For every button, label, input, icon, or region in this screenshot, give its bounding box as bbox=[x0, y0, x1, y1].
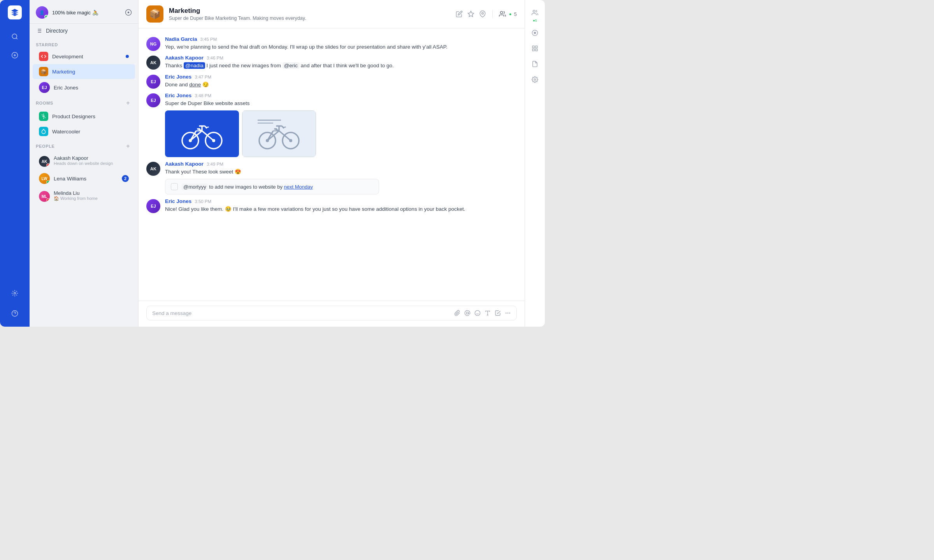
sidebar-item-melinda[interactable]: ML Melinda Liu 🏠 Working from home bbox=[33, 187, 135, 205]
more-options-button[interactable] bbox=[505, 310, 511, 316]
aakash-msg-avatar-2: AK bbox=[146, 162, 160, 176]
docs-button[interactable] bbox=[528, 57, 542, 71]
integrations-button[interactable] bbox=[528, 41, 542, 55]
sidebar-item-lena[interactable]: LW Lena Williams 2 bbox=[33, 170, 135, 187]
search-nav-button[interactable] bbox=[7, 29, 23, 44]
msg-6-author: Eric Jones bbox=[165, 198, 191, 204]
attachment-button[interactable] bbox=[454, 310, 460, 316]
msg-6-content: Eric Jones 3:50 PM Nice! Glad you like t… bbox=[165, 198, 517, 213]
message-input-box bbox=[146, 306, 517, 320]
emoji-button[interactable] bbox=[474, 310, 481, 316]
sidebar: 👤 100% bike magic 🚴 Directory STARRED bbox=[30, 0, 139, 327]
aakash-status bbox=[46, 163, 50, 167]
lena-avatar: LW bbox=[39, 173, 50, 184]
aakash-msg-avatar: AK bbox=[146, 56, 160, 70]
melinda-status-text: 🏠 Working from home bbox=[54, 196, 129, 201]
msg-3-header: Eric Jones 3:47 PM bbox=[165, 74, 517, 80]
msg-2-content: Aakash Kapoor 3:46 PM Thanks @nadia I ju… bbox=[165, 55, 517, 70]
rooms-label: ROOMS bbox=[36, 101, 53, 105]
svg-point-15 bbox=[500, 11, 503, 14]
nadia-mention[interactable]: @nadia bbox=[184, 62, 205, 69]
members-button[interactable]: ● 5 bbox=[499, 10, 517, 18]
svg-line-45 bbox=[283, 127, 286, 128]
message-2: AK Aakash Kapoor 3:46 PM Thanks @nadia I… bbox=[146, 53, 517, 71]
directory-link[interactable]: Directory bbox=[30, 24, 138, 38]
help-button[interactable] bbox=[7, 306, 23, 321]
eric-msg-avatar-1: EJ bbox=[146, 75, 160, 89]
msg-5-header: Aakash Kapoor 3:49 PM bbox=[165, 161, 517, 167]
task-button[interactable] bbox=[495, 310, 501, 316]
svg-point-5 bbox=[128, 12, 130, 14]
sidebar-item-eric-jones[interactable]: EJ Eric Jones bbox=[33, 79, 135, 96]
mention-button[interactable] bbox=[464, 310, 471, 316]
eric-dm-avatar: EJ bbox=[39, 82, 50, 93]
sidebar-item-development[interactable]: Development bbox=[33, 49, 135, 64]
settings-sidebar-button[interactable] bbox=[528, 72, 542, 86]
settings-button[interactable] bbox=[7, 285, 23, 301]
svg-point-0 bbox=[12, 34, 17, 38]
next-monday-link[interactable]: next Monday bbox=[284, 184, 313, 190]
msg-1-content: Nadia Garcia 3:45 PM Yep, we're planning… bbox=[165, 36, 517, 51]
channel-description: Super de Duper Bike Marketing Team. Maki… bbox=[169, 16, 450, 21]
channel-logo: 📦 bbox=[146, 5, 163, 23]
svg-point-57 bbox=[534, 32, 536, 34]
sidebar-header: 👤 100% bike magic 🚴 bbox=[30, 0, 138, 24]
msg-2-header: Aakash Kapoor 3:46 PM bbox=[165, 55, 517, 61]
marketing-label: Marketing bbox=[52, 69, 129, 75]
msg-6-text: Nice! Glad you like them. 🥹 I'll make a … bbox=[165, 205, 517, 213]
current-user-avatar[interactable]: 👤 bbox=[36, 6, 48, 19]
msg-1-time: 3:45 PM bbox=[200, 37, 217, 42]
svg-point-52 bbox=[506, 313, 506, 313]
message-input[interactable] bbox=[152, 310, 450, 316]
eric-mention[interactable]: @eric bbox=[283, 62, 299, 69]
bike-image-light[interactable] bbox=[242, 110, 316, 157]
message-6: EJ Eric Jones 3:50 PM Nice! Glad you lik… bbox=[146, 197, 517, 215]
svg-point-53 bbox=[507, 313, 508, 313]
svg-rect-59 bbox=[535, 46, 537, 48]
header-actions: ● 5 bbox=[456, 10, 517, 18]
members-sidebar-button[interactable] bbox=[528, 5, 542, 19]
sidebar-item-product-designers[interactable]: Product Designers bbox=[33, 109, 135, 124]
aakash-info: Aakash Kapoor Heads down on website desi… bbox=[54, 155, 129, 166]
compose-button[interactable] bbox=[7, 47, 23, 63]
sidebar-item-marketing[interactable]: 📦 Marketing bbox=[33, 64, 135, 79]
svg-point-46 bbox=[466, 312, 468, 314]
task-checkbox[interactable] bbox=[171, 183, 178, 190]
notifications-button[interactable] bbox=[528, 26, 542, 40]
format-button[interactable] bbox=[485, 310, 491, 316]
nadia-avatar: NG bbox=[146, 37, 160, 51]
star-channel-button[interactable] bbox=[467, 10, 474, 18]
channel-header: 📦 Marketing Super de Duper Bike Marketin… bbox=[139, 0, 525, 28]
lena-status bbox=[46, 180, 50, 184]
mortyyy-mention[interactable]: @mortyyy bbox=[182, 184, 208, 190]
svg-line-29 bbox=[206, 127, 209, 128]
msg-4-text: Super de Duper Bike website assets bbox=[165, 100, 517, 107]
msg-4-content: Eric Jones 3:48 PM Super de Duper Bike w… bbox=[165, 93, 517, 157]
aakash-status-text: Heads down on website design bbox=[54, 161, 129, 166]
msg-1-header: Nadia Garcia 3:45 PM bbox=[165, 36, 517, 42]
msg-6-header: Eric Jones 3:50 PM bbox=[165, 198, 517, 204]
msg-6-time: 3:50 PM bbox=[195, 199, 211, 204]
msg-5-text: Thank you! These look sweet 😍 bbox=[165, 168, 517, 176]
svg-point-62 bbox=[534, 79, 535, 80]
pin-channel-button[interactable] bbox=[479, 10, 486, 18]
msg-1-text: Yep, we're planning to send the fnal dra… bbox=[165, 43, 517, 51]
sidebar-item-aakash[interactable]: AK Aakash Kapoor Heads down on website d… bbox=[33, 152, 135, 170]
edit-channel-button[interactable] bbox=[456, 10, 463, 18]
bike-image-blue[interactable] bbox=[165, 110, 239, 157]
development-label: Development bbox=[52, 54, 122, 60]
app-logo[interactable] bbox=[8, 5, 22, 19]
eric-msg-avatar-3: EJ bbox=[146, 199, 160, 213]
add-room-button[interactable]: + bbox=[124, 99, 132, 107]
melinda-avatar: ML bbox=[39, 191, 50, 202]
add-person-button[interactable]: + bbox=[124, 142, 132, 150]
sidebar-item-watercooler[interactable]: Watercooler bbox=[33, 124, 135, 139]
members-count: 5 bbox=[514, 11, 517, 17]
user-menu-button[interactable] bbox=[125, 9, 132, 16]
directory-label: Directory bbox=[46, 28, 68, 34]
msg-3-author: Eric Jones bbox=[165, 74, 191, 80]
right-sidebar: ●5 bbox=[525, 0, 545, 327]
message-5: AK Aakash Kapoor 3:49 PM Thank you! Thes… bbox=[146, 159, 517, 196]
msg-1-author: Nadia Garcia bbox=[165, 36, 197, 42]
aakash-name: Aakash Kapoor bbox=[54, 155, 129, 161]
